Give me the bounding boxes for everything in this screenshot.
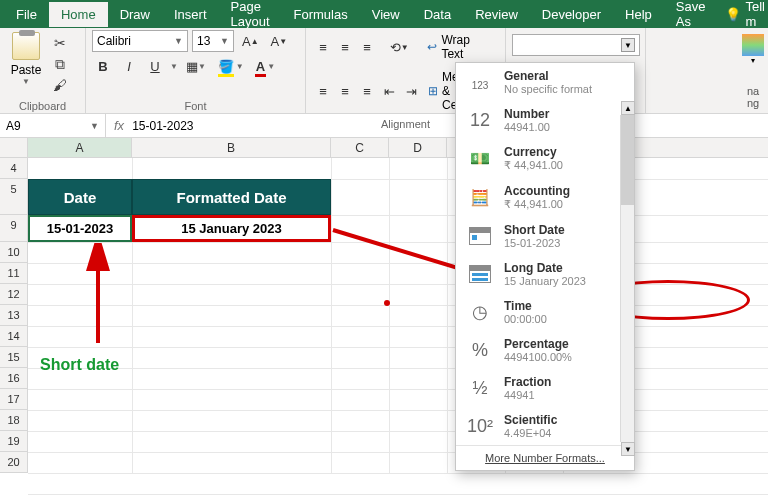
fx-icon[interactable]: fx (114, 118, 124, 133)
row-header-10[interactable]: 10 (0, 242, 28, 263)
font-size-select[interactable]: 13▼ (192, 30, 234, 52)
tab-formulas[interactable]: Formulas (282, 2, 360, 27)
fill-color-button[interactable]: 🪣▼ (214, 55, 248, 77)
scroll-down-icon[interactable]: ▼ (621, 442, 635, 456)
align-middle-icon[interactable]: ≡ (334, 36, 356, 58)
col-header-b[interactable]: B (132, 138, 331, 157)
row-header-11[interactable]: 11 (0, 263, 28, 284)
col-header-a[interactable]: A (28, 138, 132, 157)
border-button[interactable]: ▦▼ (182, 55, 210, 77)
fraction-icon: ½ (466, 375, 494, 401)
header-date: Date (28, 179, 132, 215)
row-header-15[interactable]: 15 (0, 347, 28, 368)
row-header-9[interactable]: 9 (0, 215, 28, 242)
col-header-c[interactable]: C (331, 138, 389, 157)
row-header-14[interactable]: 14 (0, 326, 28, 347)
row-header-5[interactable]: 5 (0, 179, 28, 215)
cell-a9[interactable]: 15-01-2023 (28, 215, 132, 242)
spreadsheet-grid[interactable]: A B C D E F 4591011121314151617181920 Da… (0, 138, 768, 502)
row-header-12[interactable]: 12 (0, 284, 28, 305)
general-icon: 123 (466, 69, 494, 95)
increase-font-icon[interactable]: A▲ (238, 30, 263, 52)
format-option-accounting[interactable]: 🧮Accounting₹ 44,941.00 (456, 178, 634, 217)
more-number-formats[interactable]: More Number Formats... (456, 445, 634, 470)
clipboard-icon (12, 32, 40, 60)
format-option-percentage[interactable]: %Percentage4494100.00% (456, 331, 634, 369)
tab-file[interactable]: File (4, 2, 49, 27)
format-option-longdate[interactable]: Long Date15 January 2023 (456, 255, 634, 293)
menu-tabs: File Home Draw Insert Page Layout Formul… (0, 0, 768, 28)
tab-review[interactable]: Review (463, 2, 530, 27)
paste-button[interactable]: Paste ▼ (6, 32, 46, 94)
tab-view[interactable]: View (360, 2, 412, 27)
row-headers: 4591011121314151617181920 (0, 158, 28, 473)
font-name-select[interactable]: Calibri▼ (92, 30, 188, 52)
format-option-general[interactable]: 123GeneralNo specific format (456, 63, 634, 101)
row-header-17[interactable]: 17 (0, 389, 28, 410)
dot-marker (384, 300, 390, 306)
longdate-icon (466, 261, 494, 287)
number-format-select[interactable]: ▼ (512, 34, 640, 56)
group-font: Calibri▼ 13▼ A▲ A▼ B I U ▼ ▦▼ 🪣▼ A▼ Font (86, 28, 306, 114)
font-color-button[interactable]: A▼ (252, 55, 279, 77)
wrap-text-button[interactable]: ↩Wrap Text (422, 30, 499, 64)
align-right-icon[interactable]: ≡ (356, 80, 378, 102)
wrap-text-icon: ↩ (427, 40, 437, 54)
tab-developer[interactable]: Developer (530, 2, 613, 27)
bold-button[interactable]: B (92, 55, 114, 77)
conditional-formatting-button[interactable]: ▾ na ng (742, 34, 764, 109)
formula-input[interactable]: 15-01-2023 (132, 119, 193, 133)
paste-label: Paste (11, 63, 42, 77)
copy-icon[interactable]: ⧉ (50, 55, 70, 73)
decrease-indent-icon[interactable]: ⇤ (379, 80, 401, 102)
chevron-down-icon: ▼ (621, 38, 635, 52)
format-painter-icon[interactable]: 🖌 (50, 76, 70, 94)
tab-home[interactable]: Home (49, 2, 108, 27)
name-box[interactable]: A9▼ (0, 114, 106, 137)
merge-icon: ⊞ (428, 84, 438, 98)
format-option-fraction[interactable]: ½Fraction44941 (456, 369, 634, 407)
header-formatted-date: Formatted Date (132, 179, 331, 215)
row-header-19[interactable]: 19 (0, 431, 28, 452)
row-header-16[interactable]: 16 (0, 368, 28, 389)
underline-button[interactable]: U (144, 55, 166, 77)
select-all-corner[interactable] (0, 138, 28, 157)
clipboard-label: Clipboard (6, 100, 79, 114)
cell-b9[interactable]: 15 January 2023 (132, 215, 331, 242)
row-header-4[interactable]: 4 (0, 158, 28, 179)
italic-button[interactable]: I (118, 55, 140, 77)
tab-insert[interactable]: Insert (162, 2, 219, 27)
annotation-short-date: Short date (40, 356, 119, 374)
group-number: ▼ 123GeneralNo specific format12Number44… (506, 28, 646, 114)
time-icon: ◷ (466, 299, 494, 325)
number-format-dropdown: 123GeneralNo specific format12Number4494… (455, 62, 635, 471)
tab-help[interactable]: Help (613, 2, 664, 27)
orientation-icon[interactable]: ⟲▼ (386, 36, 413, 58)
cut-icon[interactable]: ✂ (50, 34, 70, 52)
decrease-font-icon[interactable]: A▼ (267, 30, 292, 52)
scientific-icon: 10² (466, 413, 494, 439)
tab-draw[interactable]: Draw (108, 2, 162, 27)
format-option-number[interactable]: 12Number44941.00 (456, 101, 634, 139)
scroll-up-icon[interactable]: ▲ (621, 101, 635, 115)
row-header-13[interactable]: 13 (0, 305, 28, 326)
number-icon: 12 (466, 107, 494, 133)
scrollbar-thumb[interactable] (621, 115, 634, 205)
percentage-icon: % (466, 337, 494, 363)
format-option-time[interactable]: ◷Time00:00:00 (456, 293, 634, 331)
align-bottom-icon[interactable]: ≡ (356, 36, 378, 58)
currency-icon: 💵 (466, 146, 494, 172)
row-header-18[interactable]: 18 (0, 410, 28, 431)
tab-data[interactable]: Data (412, 2, 463, 27)
align-left-icon[interactable]: ≡ (312, 80, 334, 102)
cells-area[interactable]: Date Formatted Date 15-01-2023 15 Januar… (28, 158, 768, 473)
col-header-d[interactable]: D (389, 138, 447, 157)
increase-indent-icon[interactable]: ⇥ (401, 80, 423, 102)
format-option-shortdate[interactable]: Short Date15-01-2023 (456, 217, 634, 255)
format-option-currency[interactable]: 💵Currency₹ 44,941.00 (456, 139, 634, 178)
format-option-scientific[interactable]: 10²Scientific4.49E+04 (456, 407, 634, 445)
dropdown-scrollbar[interactable]: ▲ ▼ (620, 115, 634, 442)
align-center-icon[interactable]: ≡ (334, 80, 356, 102)
align-top-icon[interactable]: ≡ (312, 36, 334, 58)
row-header-20[interactable]: 20 (0, 452, 28, 473)
